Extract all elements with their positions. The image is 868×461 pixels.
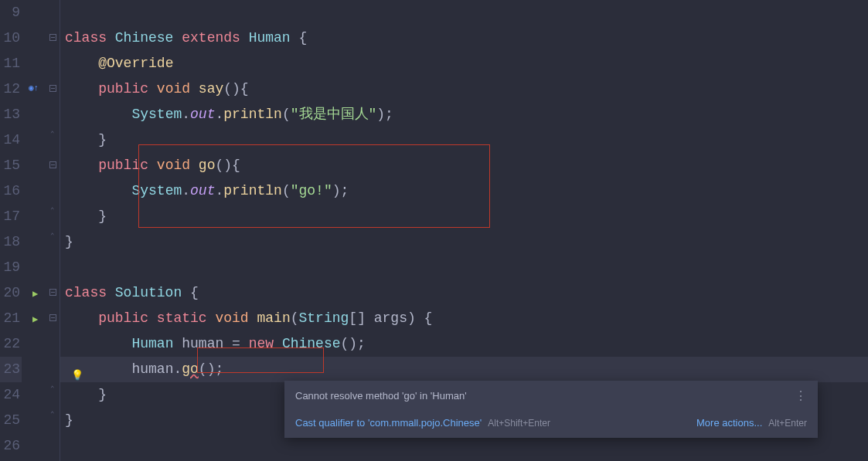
code-line[interactable]: }	[60, 204, 868, 229]
line-number: 14	[0, 127, 22, 153]
error-message: Cannot resolve method 'go' in 'Human'	[295, 390, 467, 402]
line-number: 21	[0, 306, 22, 331]
fold-end-icon[interactable]: ⌃	[50, 130, 54, 138]
line-number: 22	[0, 331, 22, 357]
fold-collapse-icon[interactable]	[49, 161, 56, 168]
code-line[interactable]: public void say(){	[60, 76, 868, 102]
line-number: 11	[0, 51, 22, 76]
code-line[interactable]	[60, 255, 868, 280]
code-line[interactable]: class Solution {	[60, 280, 868, 306]
line-number: 26	[0, 433, 22, 459]
gutter-icons: ◉↑ ▶ ▶	[26, 0, 48, 461]
code-line[interactable]	[60, 0, 868, 25]
code-line[interactable]: }	[60, 229, 868, 255]
line-number: 20	[0, 280, 22, 306]
quick-fix-link[interactable]: Cast qualifier to 'com.mmall.pojo.Chines…	[295, 417, 482, 429]
line-number: 10	[0, 25, 22, 51]
line-number: 13	[0, 102, 22, 127]
fold-gutter: ⌃ ⌃ ⌃ ⌃ ⌃	[48, 0, 60, 461]
fold-collapse-icon[interactable]	[49, 314, 56, 321]
code-line[interactable]: 💡 human.go();	[60, 357, 868, 382]
line-number: 23	[0, 357, 22, 382]
line-number: 24	[0, 382, 22, 408]
code-line[interactable]: public void go(){	[60, 153, 868, 178]
override-icon[interactable]: ◉↑	[29, 83, 39, 93]
line-number: 17	[0, 204, 22, 229]
code-editor[interactable]: 9 10 11 12 13 14 15 16 17 18 19 20 21 22…	[0, 0, 868, 461]
code-line[interactable]: class Chinese extends Human {	[60, 25, 868, 51]
more-actions-link[interactable]: More actions...	[696, 417, 762, 429]
run-gutter-icon[interactable]: ▶	[32, 288, 38, 300]
line-number: 25	[0, 408, 22, 433]
code-line[interactable]: public static void main(String[] args) {	[60, 306, 868, 331]
code-line[interactable]: }	[60, 127, 868, 153]
fold-collapse-icon[interactable]	[49, 34, 56, 41]
fold-end-icon[interactable]: ⌃	[50, 385, 54, 393]
fold-collapse-icon[interactable]	[49, 289, 56, 296]
shortcut-hint: Alt+Enter	[768, 418, 807, 429]
code-line[interactable]: System.out.println("我是中国人");	[60, 102, 868, 127]
code-line[interactable]: Human human = new Chinese();	[60, 331, 868, 357]
error-hint-popup[interactable]: Cannot resolve method 'go' in 'Human' ⋮ …	[284, 381, 818, 438]
line-number: 18	[0, 229, 22, 255]
more-menu-icon[interactable]: ⋮	[795, 388, 807, 403]
code-area[interactable]: class Chinese extends Human { @Override …	[60, 0, 868, 461]
code-line[interactable]: @Override	[60, 51, 868, 76]
line-number: 15	[0, 153, 22, 178]
run-gutter-icon[interactable]: ▶	[32, 314, 38, 325]
line-number: 12	[0, 76, 22, 102]
fold-end-icon[interactable]: ⌃	[50, 206, 54, 215]
line-number-gutter: 9 10 11 12 13 14 15 16 17 18 19 20 21 22…	[0, 0, 26, 461]
code-line[interactable]: System.out.println("go!");	[60, 178, 868, 204]
fold-end-icon[interactable]: ⌃	[50, 410, 54, 419]
line-number: 16	[0, 178, 22, 204]
fold-collapse-icon[interactable]	[49, 85, 56, 92]
shortcut-hint: Alt+Shift+Enter	[488, 418, 550, 429]
line-number: 19	[0, 255, 22, 280]
line-number: 9	[0, 0, 22, 25]
fold-end-icon[interactable]: ⌃	[50, 232, 54, 240]
